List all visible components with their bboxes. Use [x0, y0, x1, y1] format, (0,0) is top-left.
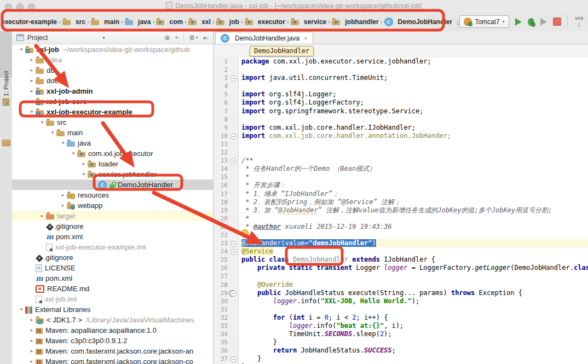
tree-collapsed-icon[interactable]: ▸: [28, 76, 36, 86]
fold-marker-icon[interactable]: [230, 134, 237, 140]
settings-gear-icon[interactable]: ⚙: [189, 34, 195, 42]
code-line[interactable]: 10import com.xxl.job.core.handler.annota…: [214, 132, 588, 140]
breadcrumb-item-java[interactable]: java: [125, 18, 151, 26]
code-text[interactable]: * @author xuxueli 2015-12-19 19:43:36: [239, 223, 588, 231]
code-text[interactable]: import org.slf4j.Logger;: [239, 90, 588, 99]
code-line[interactable]: 18 * 2、装配到Spring，例如加 “@Service” 注解；: [214, 198, 588, 206]
code-text[interactable]: [239, 148, 588, 157]
code-text[interactable]: TimeUnit.SECONDS.sleep(2);: [239, 330, 588, 338]
code-line[interactable]: 15 *: [214, 173, 588, 181]
tree-item-java[interactable]: ▾java: [12, 138, 213, 148]
tree-item-webapp[interactable]: ▸webapp: [12, 200, 213, 211]
breadcrumb-class-tag[interactable]: DemoJobHandler: [250, 46, 314, 56]
breadcrumb-item-jobhandler[interactable]: jobhandler: [332, 18, 378, 26]
tree-item-pom-xml[interactable]: mpom.xml: [12, 232, 213, 242]
code-text[interactable]: * 2、装配到Spring，例如加 “@Service” 注解；: [239, 198, 588, 206]
tree-item-external-libraries[interactable]: ▾External Libraries: [12, 304, 213, 315]
breadcrumb-item-demojobhandler[interactable]: CDemoJobHandler: [384, 18, 452, 26]
code-text[interactable]: @Service: [239, 247, 588, 256]
tree-item-maven-com-fasterxml-jackson-core-jackson-an[interactable]: ▸Maven: com.fasterxml.jackson.core:jacks…: [12, 346, 213, 356]
run-button[interactable]: [515, 18, 522, 26]
tree-item-maven-aopalliance-aopalliance-1-0[interactable]: ▸Maven: aopalliance:aopalliance:1.0: [12, 325, 213, 336]
code-viewport[interactable]: 1package com.xxl.job.executor.service.jo…: [214, 57, 588, 364]
tree-expanded-icon[interactable]: ▾: [18, 44, 25, 55]
tree-collapsed-icon[interactable]: ▸: [28, 346, 36, 356]
code-text[interactable]: package com.xxl.job.executor.service.job…: [239, 57, 588, 66]
code-text[interactable]: [239, 140, 588, 148]
collapse-all-icon[interactable]: ÷: [175, 34, 179, 42]
code-line[interactable]: 5import org.slf4j.Logger;: [214, 90, 588, 99]
code-text[interactable]: }: [239, 338, 588, 346]
tree-item-maven-c3p0-c3p0-0-9-1-2[interactable]: ▸Maven: c3p0:c3p0:0.9.1.2: [12, 336, 213, 346]
stop-button[interactable]: [553, 18, 561, 26]
tree-item-xxl-job-iml[interactable]: xxl-job.iml: [12, 294, 213, 304]
tree-item-maven-com-fasterxml-jackson-core-jackson-co[interactable]: ▸Maven: com.fasterxml.jackson.core:jacks…: [12, 356, 213, 364]
tree-item--gitignore[interactable]: .gitignore: [12, 252, 213, 263]
tree-item-demojobhandler[interactable]: CDemoJobHandler: [12, 180, 213, 190]
tree-item-pom-xml[interactable]: mpom.xml: [12, 273, 213, 284]
tree-collapsed-icon[interactable]: ▸: [28, 55, 36, 65]
tree-collapsed-icon[interactable]: ▸: [28, 325, 36, 336]
debug-button[interactable]: [528, 18, 534, 26]
code-text[interactable]: logger.info("beat at:{}", i);: [239, 322, 588, 330]
fold-marker-icon[interactable]: [230, 356, 237, 362]
project-tool-window-tab-label[interactable]: 1: Project: [0, 60, 12, 108]
tree-collapsed-icon[interactable]: ▸: [28, 356, 36, 364]
code-text[interactable]: import com.xxl.job.core.handler.IJobHand…: [239, 124, 588, 132]
code-line[interactable]: 21 * @author xuxueli 2015-12-19 19:43:36: [214, 223, 588, 231]
code-line[interactable]: 30 logger.info("XXL-JOB, Hello World.");: [214, 297, 588, 305]
tree-item-doc[interactable]: ▸doc: [12, 76, 213, 86]
breadcrumb-item-src[interactable]: src: [62, 18, 85, 26]
tree-item-target[interactable]: ▸target: [12, 211, 213, 221]
hide-panel-icon[interactable]: ⇤: [203, 34, 209, 42]
code-line[interactable]: 36 return JobHandleStatus.SUCCESS;: [214, 346, 588, 355]
code-line[interactable]: 12: [214, 148, 588, 157]
code-line[interactable]: 13/**: [214, 157, 588, 165]
tree-collapsed-icon[interactable]: ▸: [28, 96, 36, 107]
breadcrumb-item-executor[interactable]: executor: [245, 18, 285, 26]
code-text[interactable]: *: [239, 173, 588, 181]
tree-collapsed-icon[interactable]: ▸: [28, 86, 36, 96]
code-line[interactable]: 28 @Override: [214, 281, 588, 289]
project-view-chevron-icon[interactable]: ▾: [102, 35, 105, 41]
tree-expanded-icon[interactable]: ▾: [70, 148, 77, 159]
tree-item-xxl-job-executor-example-iml[interactable]: xxl-job-executor-example.iml: [12, 242, 213, 252]
tree-expanded-icon[interactable]: ▾: [18, 304, 25, 315]
tree-collapsed-icon[interactable]: ▸: [28, 315, 36, 325]
code-line[interactable]: 17 * 1、继承 “IJobHandler”；: [214, 190, 588, 198]
code-text[interactable]: logger.info("XXL-JOB, Hello World.");: [239, 297, 588, 305]
tree-expanded-icon[interactable]: ▾: [28, 107, 36, 117]
code-line[interactable]: 25public class DemoJobHandler extends IJ…: [214, 256, 588, 264]
code-text[interactable]: public class DemoJobHandler extends IJob…: [239, 256, 588, 264]
fold-marker-icon[interactable]: [230, 249, 237, 255]
code-text[interactable]: import java.util.concurrent.TimeUnit;: [239, 74, 588, 82]
tree-item-xxl-job[interactable]: ▾xxl-job~/workspaces/idea-git-workspace/…: [12, 44, 213, 55]
tree-collapsed-icon[interactable]: ▸: [59, 200, 67, 211]
code-line[interactable]: 14 * 任务Handler的一个Demo （Bean模式）: [214, 165, 588, 173]
code-text[interactable]: import org.springframework.stereotype.Se…: [239, 107, 588, 115]
tree-collapsed-icon[interactable]: ▸: [28, 336, 36, 346]
code-text[interactable]: * 3、加 “@JobHander” 注解，注解value值为新增任务生成的Jo…: [239, 206, 588, 215]
tree-expanded-icon[interactable]: ▾: [38, 117, 46, 128]
tree-item-service-jobhandler[interactable]: ▾service.jobhandler: [12, 169, 213, 180]
code-line[interactable]: 29↑ public JobHandleStatus execute(Strin…: [214, 289, 588, 297]
tree-collapsed-icon[interactable]: ▸: [80, 159, 88, 169]
code-text[interactable]: @Override: [239, 281, 588, 289]
navbar-history-arrow-icon[interactable]: ↓: [456, 17, 460, 26]
code-line[interactable]: 19 * 3、加 “@JobHander” 注解，注解value值为新增任务生成…: [214, 206, 588, 215]
vcs-update-button[interactable]: VCS ↓: [574, 16, 585, 27]
code-text[interactable]: import com.xxl.job.core.handler.annotati…: [239, 132, 588, 140]
fold-marker-icon[interactable]: [230, 291, 237, 297]
tree-item-main[interactable]: ▾main: [12, 128, 213, 138]
favorites-tool-icon[interactable]: [2, 140, 10, 146]
code-text[interactable]: public JobHandleStatus execute(String...…: [239, 289, 588, 297]
intention-bulb-icon[interactable]: [241, 229, 249, 237]
code-line[interactable]: 16 * 开发步骤：: [214, 181, 588, 189]
code-text[interactable]: }: [239, 355, 588, 363]
code-line[interactable]: 3import java.util.concurrent.TimeUnit;: [214, 74, 588, 82]
tree-item-src[interactable]: ▾src: [12, 117, 213, 128]
tree-item-resources[interactable]: ▸resources: [12, 190, 213, 200]
code-line[interactable]: 4: [214, 82, 588, 90]
code-line[interactable]: 9import com.xxl.job.core.handler.IJobHan…: [214, 124, 588, 132]
tree-expanded-icon[interactable]: ▾: [49, 128, 56, 138]
